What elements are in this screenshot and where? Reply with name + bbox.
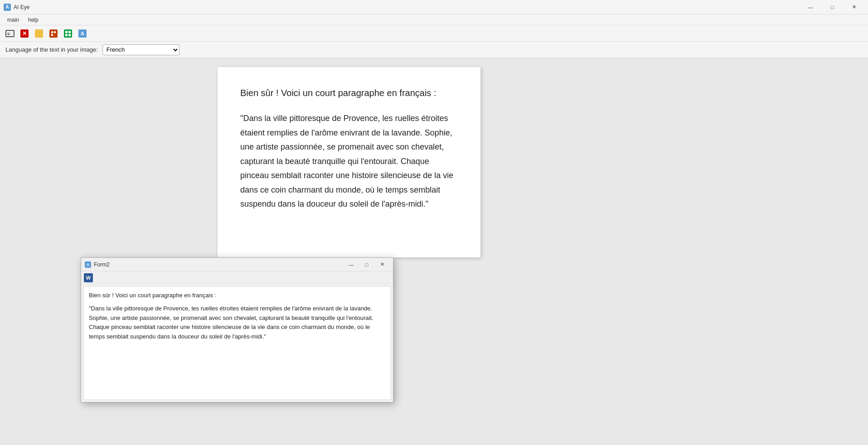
svg-rect-4 (68, 31, 71, 33)
toolbar-yellow-action[interactable] (33, 27, 45, 40)
svg-rect-1 (54, 31, 56, 33)
green-icon (64, 29, 72, 38)
red-x-icon: ✕ (20, 29, 29, 38)
toolbar-orange-action[interactable] (47, 27, 60, 40)
dialog-close-button[interactable]: ✕ (375, 260, 389, 270)
menu-main[interactable]: main (4, 16, 23, 24)
dialog-controls: — □ ✕ (344, 260, 389, 270)
preview-heading: Bien sûr ! Voici un court paragraphe en … (240, 85, 458, 101)
dialog-content-heading: Bien sûr ! Voici un court paragraphe en … (89, 291, 385, 300)
word-icon: W (84, 273, 93, 282)
toolbar: ✕ A (0, 25, 868, 42)
photo-icon (5, 30, 15, 37)
minimize-button[interactable]: — (800, 0, 821, 15)
close-button[interactable]: ✕ (844, 0, 864, 15)
toolbar-green-action[interactable] (62, 27, 74, 40)
svg-rect-3 (65, 31, 68, 33)
svg-rect-5 (65, 34, 68, 36)
image-preview: Bien sûr ! Voici un court paragraphe en … (218, 67, 480, 257)
toolbar-text-action[interactable]: A (76, 27, 89, 40)
a-icon: A (78, 29, 87, 38)
svg-rect-6 (68, 34, 71, 36)
title-bar: A AI Eye — □ ✕ (0, 0, 868, 15)
svg-rect-0 (51, 31, 53, 33)
dialog-minimize-button[interactable]: — (344, 260, 359, 270)
language-row: Language of the text in your image: Fren… (0, 42, 868, 58)
dialog-content-body: "Dans la ville pittoresque de Provence, … (89, 304, 385, 342)
orange-icon (49, 29, 58, 38)
toolbar-close-action[interactable]: ✕ (18, 27, 31, 40)
dialog-title: Form2 (94, 261, 110, 268)
language-label: Language of the text in your image: (5, 46, 98, 53)
dialog-maximize-button[interactable]: □ (359, 260, 374, 270)
toolbar-open-image[interactable] (4, 27, 16, 40)
dialog-app-icon: A (85, 261, 91, 268)
dialog-title-left: A Form2 (85, 261, 110, 268)
language-select[interactable]: French English Spanish German Italian Po… (102, 44, 179, 55)
title-bar-controls: — □ ✕ (800, 0, 864, 15)
app-title: AI Eye (14, 4, 29, 10)
preview-body: "Dans la ville pittoresque de Provence, … (240, 111, 458, 212)
app-icon: A (4, 4, 11, 11)
dialog-toolbar: W (81, 271, 393, 284)
main-content: Bien sûr ! Voici un court paragraphe en … (0, 58, 868, 445)
yellow-icon (35, 29, 43, 38)
maximize-button[interactable]: □ (822, 0, 843, 15)
title-bar-left: A AI Eye (4, 4, 29, 11)
menu-bar: main help (0, 15, 868, 25)
menu-help[interactable]: help (24, 16, 42, 24)
form2-dialog: A Form2 — □ ✕ W Bien sûr ! Voici un cour… (81, 257, 393, 402)
svg-rect-2 (51, 34, 53, 36)
dialog-content-area[interactable]: Bien sûr ! Voici un court paragraphe en … (83, 286, 391, 400)
dialog-title-bar: A Form2 — □ ✕ (81, 258, 393, 271)
